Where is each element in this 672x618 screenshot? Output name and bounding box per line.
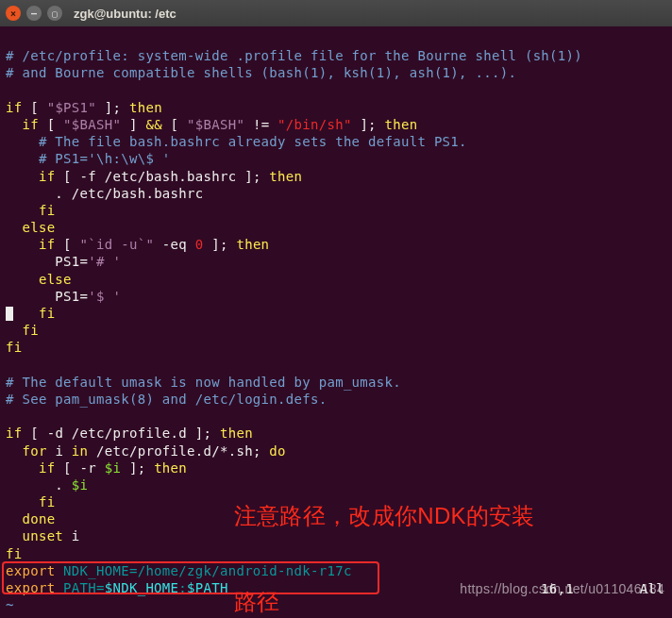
code-line: ~: [6, 614, 14, 618]
vim-status: 16,1 All: [508, 562, 664, 614]
code-token: /etc/profile.d: [72, 426, 187, 441]
code-token: do: [269, 443, 285, 459]
code-token: "$BASH": [187, 117, 244, 132]
code-line: done: [6, 511, 55, 526]
code-token: [: [22, 100, 46, 115]
code-token: if: [6, 426, 22, 441]
code-token: [ -r: [55, 460, 104, 476]
code-token: [: [39, 117, 63, 132]
code-token: i: [63, 528, 79, 543]
code-token: unset: [6, 528, 63, 543]
code-line: fi: [6, 340, 22, 355]
code-line: # and Bourne compatible shells (bash(1),…: [6, 65, 516, 80]
code-token: ];: [187, 426, 220, 441]
code-line: else: [6, 220, 55, 235]
code-token: in: [72, 443, 96, 459]
code-token: ];: [352, 117, 385, 132]
code-token: fi: [6, 306, 55, 321]
code-token: ];: [96, 100, 129, 115]
code-token: export: [6, 563, 55, 578]
code-token: /etc/bash.bashrc: [105, 169, 237, 184]
code-token: $NDK_HOME: [105, 580, 179, 595]
code-line: # PS1='\h:\w\$ ': [6, 151, 171, 166]
code-token: .: [6, 186, 72, 201]
cursor-position: 16,1: [541, 581, 574, 596]
code-token: &&: [145, 117, 161, 132]
maximize-icon[interactable]: ▢: [47, 6, 62, 21]
minimize-icon[interactable]: –: [26, 6, 42, 21]
code-token: '$ ': [88, 289, 121, 304]
window-titlebar: × – ▢ zgk@ubuntu: /etc: [0, 0, 672, 26]
code-line: ~: [6, 597, 14, 612]
close-icon[interactable]: ×: [6, 6, 21, 21]
code-line: # See pam_umask(8) and /etc/login.defs.: [6, 392, 327, 407]
code-line: fi: [6, 203, 55, 218]
code-token: "$PS1": [47, 100, 96, 115]
code-line: # The default umask is now handled by pa…: [6, 375, 401, 390]
scroll-mode: All: [640, 581, 664, 596]
code-token: then: [269, 169, 302, 184]
annotation-line1: 注意路径，改成你NDK的安装: [234, 503, 535, 528]
code-token: for: [6, 443, 47, 459]
code-token: ];: [121, 460, 154, 476]
code-token: "$BASH": [63, 117, 121, 132]
code-token: PATH=: [55, 580, 104, 595]
window-title: zgk@ubuntu: /etc: [74, 7, 176, 21]
code-token: PS1=: [6, 254, 88, 269]
code-token: if: [6, 237, 55, 252]
code-token: /etc/bash.bashrc: [72, 186, 204, 201]
code-token: 0: [195, 237, 204, 252]
code-token: [: [162, 117, 187, 132]
code-token: if: [6, 169, 55, 184]
code-token: ];: [236, 169, 269, 184]
code-line: fi: [6, 494, 55, 509]
code-token: [ -f: [55, 169, 104, 184]
code-token: :: [178, 580, 187, 595]
code-token: if: [6, 460, 55, 476]
code-token: ]: [121, 117, 145, 132]
code-token: i: [47, 443, 72, 459]
code-token: "/bin/sh": [277, 117, 352, 132]
code-token: $PATH: [187, 580, 228, 595]
code-token: then: [220, 426, 253, 441]
code-token: !=: [244, 117, 277, 132]
code-token: if: [6, 100, 22, 115]
code-token: NDK_HOME=/home/zgk/android-ndk-r17c: [55, 563, 351, 578]
code-token: then: [385, 117, 418, 132]
code-line: else: [6, 272, 72, 287]
code-token: [ -d: [22, 426, 71, 441]
code-token: ;: [253, 443, 269, 459]
terminal-content[interactable]: # /etc/profile: system-wide .profile fil…: [0, 26, 672, 618]
code-line: # The file bash.bashrc already sets the …: [6, 134, 467, 149]
code-token: PS1=: [6, 289, 88, 304]
code-token: then: [236, 237, 269, 252]
code-token: -eq: [154, 237, 195, 252]
code-token: ];: [204, 237, 237, 252]
code-token: [: [55, 237, 79, 252]
code-token: .: [6, 477, 72, 493]
annotation-line2: 路径: [234, 589, 280, 614]
code-token: then: [129, 100, 162, 115]
code-line: # /etc/profile: system-wide .profile fil…: [6, 48, 582, 63]
code-token: "`id -u`": [80, 237, 155, 252]
code-token: '# ': [88, 254, 121, 269]
code-token: if: [6, 117, 39, 132]
code-line: fi: [6, 546, 22, 561]
code-line: fi: [6, 323, 39, 338]
code-token: $i: [72, 477, 88, 493]
code-token: /etc/profile.d/*.sh: [96, 443, 253, 459]
code-token: then: [154, 460, 187, 476]
code-token: $i: [105, 460, 121, 476]
code-token: export: [6, 580, 55, 595]
